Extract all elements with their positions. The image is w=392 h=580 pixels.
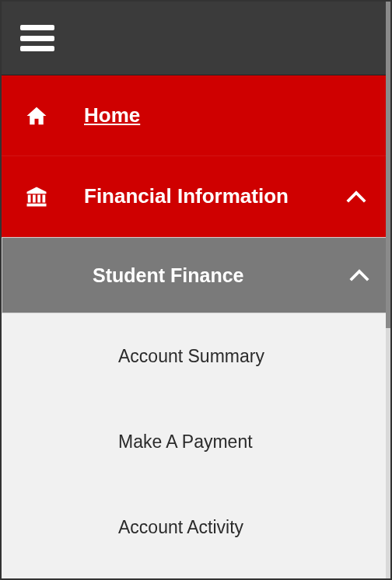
svg-rect-4 [27, 203, 47, 206]
submenu-student-finance[interactable]: Student Finance [2, 237, 390, 313]
nav-home[interactable]: Home [2, 75, 390, 156]
svg-rect-0 [28, 194, 31, 202]
submenu-item-make-a-payment[interactable]: Make A Payment [2, 399, 390, 484]
main-nav: Home Financial Information [2, 75, 390, 237]
top-bar [2, 2, 390, 75]
nav-financial-label: Financial Information [53, 184, 341, 208]
svg-rect-1 [33, 194, 36, 202]
nav-financial-information[interactable]: Financial Information [2, 156, 390, 237]
submenu-list: Account Summary Make A Payment Account A… [2, 313, 390, 570]
svg-rect-2 [37, 194, 40, 202]
svg-rect-3 [43, 194, 46, 202]
bank-icon [20, 185, 53, 208]
submenu-item-account-summary[interactable]: Account Summary [2, 313, 390, 399]
home-icon [20, 104, 53, 128]
submenu-item-account-activity[interactable]: Account Activity [2, 484, 390, 570]
hamburger-menu-icon[interactable] [20, 25, 54, 51]
chevron-up-icon [341, 189, 372, 204]
submenu-header-label: Student Finance [21, 264, 348, 287]
scrollbar-thumb[interactable] [386, 2, 390, 328]
chevron-up-icon [348, 267, 371, 283]
nav-home-label: Home [53, 103, 372, 128]
